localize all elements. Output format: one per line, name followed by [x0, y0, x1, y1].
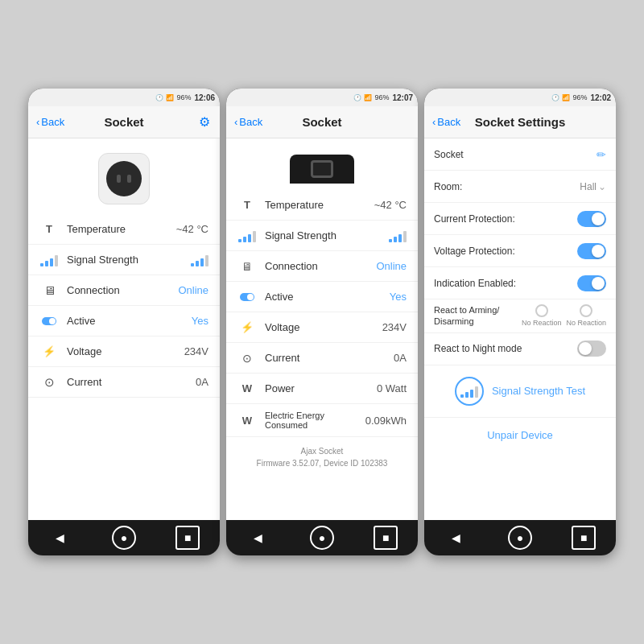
time-3: 12:02: [590, 93, 611, 102]
socket-hole-right: [127, 175, 131, 183]
bottom-nav-2: ◀ ● ■: [226, 520, 418, 555]
energy-row-2: W Electric Energy Consumed 0.09kWh: [226, 404, 418, 437]
home-btn-1[interactable]: ●: [112, 526, 136, 550]
socket-top-image: [290, 155, 354, 184]
voltage-icon-1: ⚡: [39, 345, 59, 357]
react-arming-row: React to Arming/Disarming No Reaction No…: [424, 299, 616, 333]
voltage-protection-row: Voltage Protection:: [424, 235, 616, 267]
bar1: [40, 263, 43, 266]
content-3: Socket ✏ Room: Hall ⌄ Current Protection…: [424, 138, 616, 520]
active-icon-1: [39, 317, 59, 325]
socket-image: [98, 153, 150, 204]
status-bar-3: 🕐 📶 96% 12:02: [424, 89, 616, 106]
content-1: T Temperature ~42 °C: [28, 138, 220, 520]
nav-bar-1: ‹ Back Socket ⚙: [28, 106, 220, 138]
socket-name-row: Socket ✏: [424, 138, 616, 171]
home-btn-2[interactable]: ●: [310, 526, 334, 550]
status-icons-2: 🕐 📶 96%: [353, 93, 389, 101]
current-icon-1: ⊙: [39, 375, 59, 390]
bottom-nav-3: ◀ ● ■: [424, 520, 616, 555]
signal-value-1: [191, 254, 208, 266]
room-row: Room: Hall ⌄: [424, 171, 616, 203]
nav-title-3: Socket Settings: [475, 115, 566, 129]
back-button-1[interactable]: ‹ Back: [36, 116, 64, 128]
status-icons-1: 🕐 📶 96%: [155, 93, 191, 101]
bottom-nav-1: ◀ ● ■: [28, 520, 220, 555]
time-1: 12:06: [194, 93, 215, 102]
voltage-row-2: ⚡ Voltage 234V: [226, 312, 418, 343]
energy-icon-2: W: [237, 415, 257, 427]
bar4: [55, 255, 58, 266]
night-mode-row: React to Night mode: [424, 333, 616, 365]
signal-icon-1: [39, 254, 59, 266]
status-bar-1: 🕐 📶 96% 12:06: [28, 89, 220, 106]
battery-2: 96%: [374, 93, 389, 101]
signal-test-label: Signal Strength Test: [492, 385, 585, 397]
nav-bar-2: ‹ Back Socket: [226, 106, 418, 138]
current-protection-row: Current Protection:: [424, 203, 616, 235]
back-button-2[interactable]: ‹ Back: [234, 116, 262, 128]
signal-test-section[interactable]: Signal Strength Test: [424, 365, 616, 418]
signal-row-1: Signal Strength: [28, 245, 220, 275]
indication-toggle[interactable]: [577, 275, 606, 291]
content-2: T Temperature ~42 °C: [226, 138, 418, 520]
unpair-section[interactable]: Unpair Device: [424, 418, 616, 452]
edit-icon-3[interactable]: ✏: [597, 148, 606, 161]
bar2: [45, 261, 48, 266]
phone-1: 🕐 📶 96% 12:06 ‹ Back Socket ⚙: [28, 89, 220, 555]
battery-1: 96%: [176, 93, 191, 101]
connection-icon-2: 🖥: [237, 260, 257, 273]
react-option-2[interactable]: No Reaction: [566, 304, 606, 327]
gear-icon-1[interactable]: ⚙: [199, 114, 210, 130]
recents-btn-3[interactable]: ■: [572, 526, 596, 550]
status-icons-3: 🕐 📶 96%: [551, 93, 587, 101]
current-protection-toggle[interactable]: [577, 211, 606, 227]
voltage-icon-2: ⚡: [237, 321, 257, 333]
voltage-protection-toggle[interactable]: [577, 243, 606, 259]
device-image-section: [28, 138, 220, 214]
connection-icon-1: 🖥: [39, 283, 59, 297]
nav-title-2: Socket: [302, 115, 341, 129]
signal-icon-2: [237, 229, 257, 242]
power-icon-2: W: [237, 382, 257, 394]
temperature-row-1: T Temperature ~42 °C: [28, 214, 220, 245]
radio-1[interactable]: [535, 304, 548, 317]
battery-3: 96%: [572, 93, 587, 101]
screenshot-bg: 🕐 📶 96% 12:06 ‹ Back Socket ⚙: [0, 0, 644, 644]
signal-test-icon: [455, 377, 484, 406]
temperature-row-2: T Temperature ~42 °C: [226, 190, 418, 221]
current-row-1: ⊙ Current 0A: [28, 367, 220, 398]
recents-btn-1[interactable]: ■: [175, 526, 200, 550]
screen-2: ‹ Back Socket T Temperature ~42 °C: [226, 106, 418, 555]
back-nav-btn-1[interactable]: ◀: [48, 526, 72, 550]
nav-bar-3: ‹ Back Socket Settings: [424, 106, 616, 138]
home-btn-3[interactable]: ●: [508, 526, 532, 550]
firmware-text: Ajax SocketFirmware 3.52.07, Device ID 1…: [226, 437, 418, 474]
night-mode-toggle[interactable]: [577, 341, 606, 357]
socket-hole-left: [117, 175, 121, 183]
signal-row-2: Signal Strength: [226, 221, 418, 251]
phone-3: 🕐 📶 96% 12:02 ‹ Back Socket Settings: [424, 89, 616, 555]
bar3: [50, 258, 53, 266]
temperature-icon-1: T: [39, 223, 59, 235]
screen-1: ‹ Back Socket ⚙: [28, 106, 220, 555]
react-option-1[interactable]: No Reaction: [522, 304, 562, 327]
connection-row-1: 🖥 Connection Online: [28, 275, 220, 306]
indication-enabled-row: Indication Enabled:: [424, 267, 616, 299]
current-icon-2: ⊙: [237, 352, 257, 365]
time-2: 12:07: [392, 93, 413, 102]
power-row-2: W Power 0 Watt: [226, 374, 418, 404]
active-row-1: Active Yes: [28, 306, 220, 336]
chevron-down-icon: ⌄: [598, 181, 606, 192]
radio-2[interactable]: [580, 304, 592, 317]
current-row-2: ⊙ Current 0A: [226, 343, 418, 374]
recents-btn-2[interactable]: ■: [374, 526, 398, 550]
voltage-row-1: ⚡ Voltage 234V: [28, 336, 220, 367]
screen-3: ‹ Back Socket Settings Socket ✏ Room: Ha…: [424, 106, 616, 555]
connection-row-2: 🖥 Connection Online: [226, 251, 418, 282]
back-nav-btn-3[interactable]: ◀: [444, 526, 469, 550]
react-options: No Reaction No Reaction: [522, 304, 606, 327]
phones-row: 🕐 📶 96% 12:06 ‹ Back Socket ⚙: [16, 89, 628, 555]
back-nav-btn-2[interactable]: ◀: [246, 526, 270, 550]
back-button-3[interactable]: ‹ Back: [432, 116, 460, 128]
